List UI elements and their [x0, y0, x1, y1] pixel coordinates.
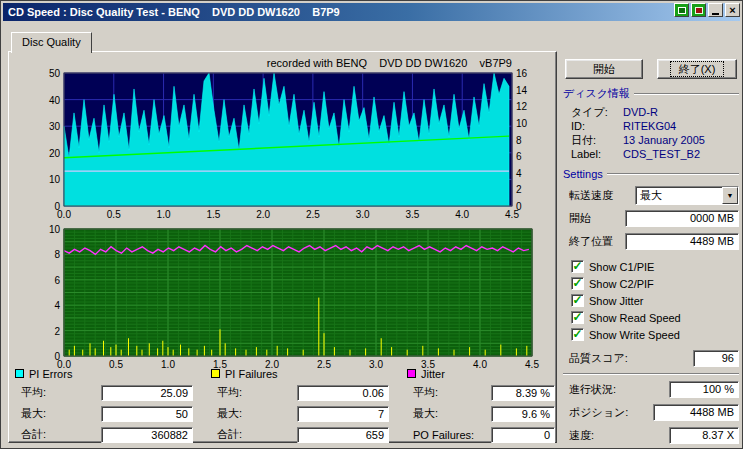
pi-failures-max-value: 7 [297, 406, 389, 422]
disc-label-label: Label: [571, 147, 623, 161]
svg-text:10: 10 [49, 174, 61, 185]
stat-row: 最大: 9.6 % [407, 403, 555, 424]
svg-text:16: 16 [516, 68, 528, 79]
speed-label: 速度: [563, 428, 594, 443]
stat-row: PO Failures: 0 [407, 424, 555, 445]
avg-label: 平均: [15, 385, 46, 400]
close-button[interactable]: × [725, 3, 740, 17]
chevron-down-icon: ▼ [727, 192, 734, 199]
app-window: CD Speed : Disc Quality Test - BENQ DVD … [0, 0, 743, 449]
divider [607, 173, 739, 175]
disc-info-grid: タイプ: DVD-R ID: RITEKG04 日付: 13 January 2… [571, 105, 739, 161]
svg-text:50: 50 [49, 68, 61, 79]
speed-value: 8.37 X [669, 427, 739, 444]
pi-errors-max-value: 50 [101, 406, 193, 422]
stat-row: 平均: 25.09 [15, 382, 193, 403]
checkbox-show-jitter[interactable]: ✓ Show Jitter [571, 292, 739, 309]
jitter-title: Jitter [421, 368, 445, 380]
combo-dropdown-button[interactable]: ▼ [722, 187, 738, 204]
exit-button[interactable]: 終了(X) [657, 59, 737, 79]
stat-row: 平均: 0.06 [211, 382, 389, 403]
pi-errors-chart: 5040302010016141210864200.00.51.01.52.02… [41, 51, 533, 221]
settings-header: Settings [563, 168, 739, 180]
svg-text:30: 30 [49, 121, 61, 132]
svg-text:3.5: 3.5 [405, 209, 419, 220]
po-failures-label: PO Failures: [407, 429, 474, 441]
pi-failures-legend-swatch [211, 369, 220, 378]
quality-score-value: 96 [693, 350, 739, 367]
svg-text:10: 10 [49, 224, 61, 235]
tab-disc-quality[interactable]: Disc Quality [11, 32, 92, 53]
checkbox-show-write-speed[interactable]: ✓ Show Write Speed [571, 326, 739, 343]
transfer-speed-select[interactable]: 最大 ▼ [635, 186, 739, 205]
check-icon: ✓ [572, 329, 582, 339]
settings-title: Settings [563, 168, 603, 180]
checkbox-label: Show C2/PIF [589, 278, 654, 290]
pi-failures-stats: PI Failures 平均: 0.06 最大: 7 合計: 659 [211, 367, 389, 445]
stat-row: 平均: 8.39 % [407, 382, 555, 403]
svg-text:3.0: 3.0 [356, 209, 370, 220]
svg-text:6: 6 [54, 275, 60, 286]
svg-text:4.5: 4.5 [505, 209, 519, 220]
svg-text:1.5: 1.5 [206, 209, 220, 220]
check-icon: ✓ [572, 312, 582, 322]
pi-failures-title: PI Failures [225, 368, 278, 380]
minimize-button[interactable] [708, 3, 723, 17]
disc-type-label: タイプ: [571, 105, 623, 119]
pi-errors-legend-swatch [15, 369, 24, 378]
pi-errors-total-value: 360882 [101, 427, 193, 443]
right-panel: 開始 終了(X) ディスク情報 タイプ: DVD-R ID: RITEKG04 … [563, 57, 739, 444]
checkbox-label: Show C1/PIE [589, 261, 654, 273]
disc-info-title: ディスク情報 [563, 86, 630, 101]
progress-label: 進行状況: [563, 382, 616, 397]
svg-text:40: 40 [49, 95, 61, 106]
svg-text:14: 14 [516, 85, 528, 96]
svg-text:2: 2 [516, 184, 522, 195]
checkbox-show-c2pif[interactable]: ✓ Show C2/PIF [571, 275, 739, 292]
disc-date-value: 13 January 2005 [623, 133, 739, 147]
svg-text:2: 2 [54, 326, 60, 337]
max-label: 最大: [211, 406, 242, 421]
chart-icon-button[interactable] [674, 3, 689, 17]
svg-text:2.5: 2.5 [306, 209, 320, 220]
stat-row: 最大: 7 [211, 403, 389, 424]
po-failures-value: 0 [491, 427, 555, 443]
start-button-label: 開始 [584, 61, 624, 77]
total-label: 合計: [211, 427, 242, 442]
window-title: CD Speed : Disc Quality Test - BENQ DVD … [8, 6, 340, 18]
svg-text:12: 12 [516, 101, 528, 112]
checkbox-show-read-speed[interactable]: ✓ Show Read Speed [571, 309, 739, 326]
position-value: 4488 MB [653, 404, 739, 421]
svg-text:8: 8 [516, 135, 522, 146]
checkbox-label: Show Read Speed [589, 312, 681, 324]
jitter-max-value: 9.6 % [491, 406, 555, 422]
checkbox-label: Show Write Speed [589, 329, 680, 341]
pi-failures-average-value: 0.06 [297, 385, 389, 401]
svg-text:2.0: 2.0 [256, 209, 270, 220]
check-icon: ✓ [572, 295, 582, 305]
save-icon [695, 7, 703, 14]
disc-id-label: ID: [571, 119, 623, 133]
title-bar[interactable]: CD Speed : Disc Quality Test - BENQ DVD … [3, 3, 740, 21]
minimize-icon [712, 13, 719, 15]
checkbox-label: Show Jitter [589, 295, 643, 307]
svg-text:20: 20 [49, 148, 61, 159]
end-position-field[interactable]: 4489 MB [625, 233, 739, 250]
jitter-average-value: 8.39 % [491, 385, 555, 401]
start-position-field[interactable]: 0000 MB [625, 210, 739, 227]
total-label: 合計: [15, 427, 46, 442]
start-button[interactable]: 開始 [565, 59, 643, 79]
checkbox-show-c1pie[interactable]: ✓ Show C1/PIE [571, 258, 739, 275]
max-label: 最大: [15, 406, 46, 421]
avg-label: 平均: [211, 385, 242, 400]
divider [563, 373, 739, 375]
svg-text:4: 4 [54, 300, 60, 311]
svg-text:recorded with BENQ DVD DD D: recorded with BENQ DVD DD DW1620 vB7P9 [267, 57, 512, 69]
titlebar-buttons: × [674, 3, 740, 17]
save-icon-button[interactable] [691, 3, 706, 17]
avg-label: 平均: [407, 385, 438, 400]
show-options: ✓ Show C1/PIE ✓ Show C2/PIF ✓ Show Jitte… [571, 258, 739, 343]
pi-errors-stats: PI Errors 平均: 25.09 最大: 50 合計: 360882 [15, 367, 193, 445]
stat-row: 合計: 360882 [15, 424, 193, 445]
svg-text:6: 6 [516, 151, 522, 162]
